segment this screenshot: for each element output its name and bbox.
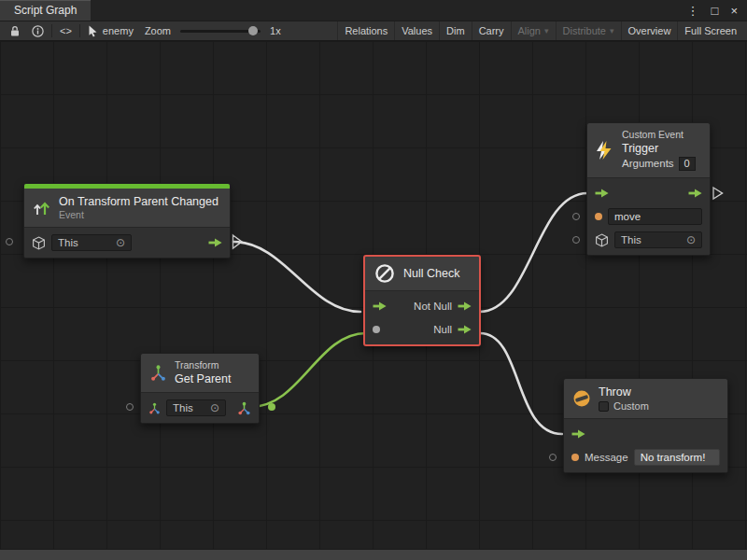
toolbar-button-group: Relations Values Dim Carry Align ▾ Distr… [337, 21, 743, 40]
overview-button[interactable]: Overview [621, 21, 678, 40]
node-title: On Transform Parent Changed [59, 194, 218, 209]
flow-output-port-icon[interactable] [688, 189, 702, 198]
flow-input-port-icon[interactable] [595, 189, 609, 198]
node-body: This ⊙ [141, 392, 259, 423]
node-header: Transform Get Parent [141, 354, 259, 392]
value-wire-dot[interactable] [268, 403, 275, 411]
node-header: Custom Event Trigger Arguments 0 [587, 123, 710, 177]
window-controls: ⋮ □ × [687, 0, 747, 21]
distribute-button[interactable]: Distribute ▾ [556, 21, 621, 40]
flow-output-port-icon[interactable] [208, 238, 222, 247]
this-dropdown[interactable]: This ⊙ [614, 231, 702, 248]
zoom-slider[interactable] [180, 30, 261, 33]
node-title: Throw [599, 385, 649, 399]
string-input-port[interactable] [595, 213, 602, 220]
node-title: Get Parent [175, 371, 231, 386]
port-ring-customevent-this[interactable] [572, 236, 580, 244]
flow-input-port-icon[interactable] [571, 429, 585, 439]
code-view-button[interactable]: <> [54, 21, 78, 40]
this-dropdown[interactable]: This ⊙ [166, 399, 226, 416]
flow-output-port-icon[interactable] [458, 325, 472, 334]
zoom-slider-thumb[interactable] [248, 26, 258, 35]
toolbar-separator [79, 24, 80, 37]
node-body: This ⊙ [24, 227, 230, 258]
object-picker-icon[interactable]: ⊙ [686, 234, 696, 245]
zoom-control: Zoom 1x [139, 21, 287, 40]
node-title: Trigger [622, 141, 696, 156]
flow-output-triangle-icon[interactable] [713, 188, 723, 199]
not-null-port-label: Not Null [414, 301, 452, 312]
cube-icon [595, 233, 609, 247]
align-button[interactable]: Align ▾ [511, 21, 556, 40]
dropdown-value: This [621, 234, 641, 245]
values-button[interactable]: Values [394, 21, 439, 40]
value-input-port[interactable] [373, 326, 380, 333]
connection-event-to-nullcheck[interactable] [233, 242, 360, 312]
toolbar-separator [51, 24, 52, 37]
node-body: Message No transform! [564, 418, 727, 472]
node-header: Throw Custom [564, 379, 727, 418]
flow-output-port-icon[interactable] [458, 301, 472, 311]
throw-icon [572, 389, 591, 408]
lock-icon [9, 25, 21, 37]
node-body: Not Null Null [365, 290, 479, 344]
node-custom-event-trigger[interactable]: Custom Event Trigger Arguments 0 [586, 122, 711, 256]
info-button[interactable] [26, 21, 49, 40]
node-get-parent[interactable]: Transform Get Parent [140, 353, 260, 424]
connection-notnull-to-customevent[interactable] [480, 193, 587, 312]
lightning-icon [596, 140, 614, 161]
chevron-down-icon: ▾ [610, 26, 614, 35]
connection-getparent-to-nullcheck[interactable] [250, 333, 366, 407]
relations-button[interactable]: Relations [337, 21, 394, 40]
node-title: Null Check [403, 266, 459, 281]
maximize-icon[interactable]: □ [712, 5, 719, 17]
null-port-label: Null [433, 324, 452, 335]
kebab-menu-icon[interactable]: ⋮ [687, 5, 699, 17]
port-ring-event-this[interactable] [6, 238, 13, 245]
flow-input-port-icon[interactable] [373, 301, 387, 311]
port-ring-getparent-this[interactable] [126, 403, 134, 411]
node-body: move This ⊙ [587, 177, 710, 255]
node-null-check[interactable]: Null Check Not Null [363, 255, 481, 346]
dim-button[interactable]: Dim [439, 21, 472, 40]
lock-button[interactable] [4, 21, 26, 40]
event-name-field[interactable]: move [608, 208, 702, 225]
string-input-port[interactable] [571, 454, 579, 461]
transform-axes-icon [149, 364, 167, 382]
message-field[interactable]: No transform! [634, 449, 720, 466]
this-dropdown[interactable]: This ⊙ [51, 234, 132, 251]
graph-name-item[interactable]: enemy [82, 21, 139, 40]
null-check-icon [374, 262, 396, 285]
port-ring-customevent-name[interactable] [572, 213, 580, 220]
align-label: Align [518, 25, 541, 36]
node-subtitle: Event [59, 209, 218, 221]
object-picker-icon[interactable]: ⊙ [116, 237, 125, 248]
graph-canvas[interactable]: On Transform Parent Changed Event This ⊙ [0, 41, 747, 560]
message-value: No transform! [641, 452, 706, 463]
chevron-down-icon: ▾ [544, 26, 549, 35]
transform-output-port-icon[interactable] [237, 401, 251, 415]
object-picker-icon[interactable]: ⊙ [210, 402, 219, 413]
carry-button[interactable]: Carry [472, 21, 511, 40]
tab-script-graph[interactable]: Script Graph [0, 0, 91, 21]
transform-parent-changed-icon [33, 199, 51, 217]
graph-toolbar: <> enemy Zoom 1x Relations Values Dim Ca… [0, 21, 747, 41]
close-icon[interactable]: × [730, 5, 738, 17]
transform-axes-icon[interactable] [148, 402, 161, 414]
node-category: Transform [175, 359, 231, 371]
dropdown-value: This [58, 237, 78, 248]
distribute-label: Distribute [563, 25, 606, 36]
graph-name-label: enemy [103, 25, 134, 36]
arguments-count-field[interactable]: 0 [679, 157, 696, 171]
full-screen-button[interactable]: Full Screen [677, 21, 743, 40]
node-header: On Transform Parent Changed Event [24, 189, 230, 227]
arguments-label: Arguments [622, 156, 674, 172]
port-ring-throw-message[interactable] [549, 454, 557, 461]
custom-checkbox[interactable] [599, 401, 609, 412]
node-header: Null Check [365, 257, 479, 290]
horizontal-scrollbar[interactable] [0, 549, 747, 560]
connection-null-to-throw[interactable] [480, 333, 562, 434]
script-graph-window: Script Graph ⋮ □ × <> [0, 0, 747, 560]
node-on-transform-parent-changed[interactable]: On Transform Parent Changed Event This ⊙ [23, 183, 231, 259]
node-throw[interactable]: Throw Custom Message [563, 378, 728, 473]
